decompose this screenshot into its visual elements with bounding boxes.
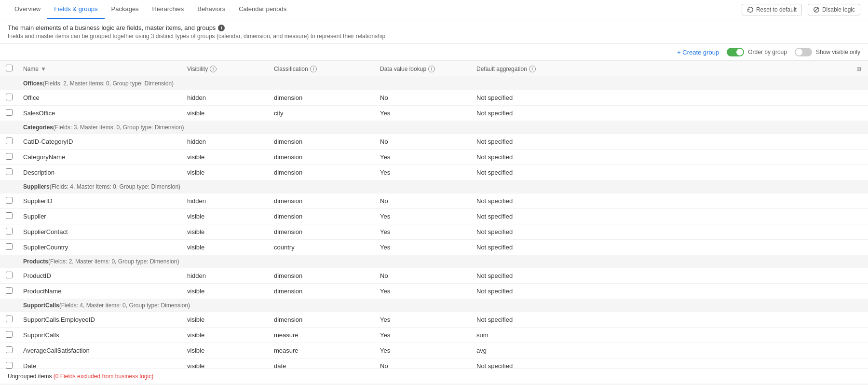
row-visibility: hidden [181, 90, 268, 106]
settings-grid-icon[interactable]: ⊞ [856, 66, 861, 72]
bottom-bar: Ungrouped items (0 Fields excluded from … [0, 369, 868, 384]
row-aggregation: Not specified [471, 209, 851, 224]
row-checkbox[interactable] [6, 243, 13, 250]
row-checkbox[interactable] [6, 197, 13, 204]
row-name: CategoryName [17, 150, 181, 165]
table-row[interactable]: SupplierContact visible dimension Yes No… [0, 224, 868, 240]
row-checkbox[interactable] [6, 228, 13, 234]
ungrouped-count: (0 Fields excluded from business logic) [54, 373, 153, 380]
row-checkbox-cell [0, 312, 17, 328]
create-group-button[interactable]: + Create group [677, 49, 719, 56]
table-row[interactable]: CatID-CategoryID hidden dimension No Not… [0, 134, 868, 150]
row-checkbox[interactable] [6, 212, 13, 219]
row-checkbox[interactable] [6, 316, 13, 322]
show-visible-only-toggle[interactable] [795, 48, 812, 56]
row-checkbox[interactable] [6, 287, 13, 294]
row-visibility: visible [181, 150, 268, 165]
ungrouped-label: Ungrouped items [8, 373, 52, 380]
group-row-products[interactable]: Products(Fields: 2, Master items: 0, Gro… [0, 255, 868, 268]
tab-hierarchies[interactable]: Hierarchies [146, 0, 191, 19]
group-label: Offices [23, 80, 43, 87]
row-lookup: Yes [374, 284, 471, 299]
table-row[interactable]: Supplier visible dimension Yes Not speci… [0, 209, 868, 224]
row-checkbox[interactable] [6, 272, 13, 278]
row-aggregation: Not specified [471, 193, 851, 209]
col-header-checkbox [0, 61, 17, 77]
row-visibility: visible [181, 358, 268, 369]
disable-logic-button[interactable]: Disable logic [808, 4, 860, 15]
row-visibility: hidden [181, 193, 268, 209]
row-checkbox[interactable] [6, 362, 13, 369]
row-lookup: No [374, 90, 471, 106]
group-detail: (Fields: 2, Master items: 0, Group type:… [48, 258, 179, 265]
reset-default-button[interactable]: Reset to default [742, 4, 802, 15]
table-row[interactable]: AverageCallSatisfaction visible measure … [0, 343, 868, 358]
group-label: Categories [23, 124, 53, 131]
row-lookup: No [374, 358, 471, 369]
row-checkbox[interactable] [6, 153, 13, 160]
tab-behaviors[interactable]: Behaviors [190, 0, 232, 19]
tab-calendar-periods[interactable]: Calendar periods [232, 0, 293, 19]
row-checkbox[interactable] [6, 346, 13, 353]
group-checkbox-cell [0, 121, 17, 134]
row-lookup: Yes [374, 343, 471, 358]
row-visibility: visible [181, 284, 268, 299]
row-checkbox[interactable] [6, 109, 13, 116]
row-checkbox-cell [0, 224, 17, 240]
row-classification: dimension [268, 209, 374, 224]
table-row[interactable]: SupplierID hidden dimension No Not speci… [0, 193, 868, 209]
group-row-categories[interactable]: Categories(Fields: 3, Master items: 0, G… [0, 121, 868, 134]
row-name: SupplierID [17, 193, 181, 209]
fields-table: Name ▼ Visibility i Classification i [0, 61, 868, 369]
order-by-group-toggle[interactable] [727, 48, 744, 56]
row-name: SupplierCountry [17, 240, 181, 255]
row-name: ProductName [17, 284, 181, 299]
row-settings-cell [851, 268, 868, 284]
visibility-info-icon[interactable]: i [210, 66, 217, 72]
row-checkbox-cell [0, 240, 17, 255]
group-row-suppliers[interactable]: Suppliers(Fields: 4, Master items: 0, Gr… [0, 180, 868, 193]
tab-fields-groups[interactable]: Fields & groups [47, 0, 104, 19]
row-checkbox[interactable] [6, 94, 13, 100]
row-aggregation: Not specified [471, 284, 851, 299]
col-header-settings: ⊞ [851, 61, 868, 77]
table-row[interactable]: SupplierCountry visible country Yes Not … [0, 240, 868, 255]
row-aggregation: Not specified [471, 312, 851, 328]
row-name: SupportCalls [17, 328, 181, 343]
tab-packages[interactable]: Packages [105, 0, 146, 19]
group-row-offices[interactable]: Offices(Fields: 2, Master items: 0, Grou… [0, 77, 868, 90]
row-classification: date [268, 358, 374, 369]
table-row[interactable]: CategoryName visible dimension Yes Not s… [0, 150, 868, 165]
table-row[interactable]: Description visible dimension Yes Not sp… [0, 165, 868, 180]
table-row[interactable]: SupportCalls visible measure Yes sum [0, 328, 868, 343]
row-classification: dimension [268, 224, 374, 240]
row-checkbox[interactable] [6, 138, 13, 144]
table-row[interactable]: Date visible date No Not specified [0, 358, 868, 369]
row-name: Office [17, 90, 181, 106]
row-visibility: visible [181, 312, 268, 328]
select-all-checkbox[interactable] [6, 65, 13, 71]
aggregation-info-icon[interactable]: i [529, 66, 536, 72]
table-row[interactable]: Office hidden dimension No Not specified [0, 90, 868, 106]
tab-overview[interactable]: Overview [8, 0, 47, 19]
row-checkbox[interactable] [6, 331, 13, 338]
info-sub: Fields and master items can be grouped t… [8, 33, 860, 40]
classification-info-icon[interactable]: i [310, 66, 317, 72]
table-row[interactable]: ProductID hidden dimension No Not specif… [0, 268, 868, 284]
table-row[interactable]: SalesOffice visible city Yes Not specifi… [0, 106, 868, 121]
row-name: CatID-CategoryID [17, 134, 181, 150]
info-icon-main[interactable]: i [218, 25, 225, 31]
table-row[interactable]: ProductName visible dimension Yes Not sp… [0, 284, 868, 299]
table-row[interactable]: SupportCalls.EmployeeID visible dimensio… [0, 312, 868, 328]
row-aggregation: Not specified [471, 134, 851, 150]
row-checkbox-cell [0, 284, 17, 299]
group-row-supportcalls[interactable]: SupportCalls(Fields: 4, Master items: 0,… [0, 299, 868, 312]
row-checkbox[interactable] [6, 168, 13, 175]
row-checkbox-cell [0, 193, 17, 209]
info-bar: The main elements of a business logic ar… [0, 19, 868, 44]
col-header-aggregation: Default aggregation i [471, 61, 851, 77]
name-filter-icon[interactable]: ▼ [41, 66, 46, 72]
group-label-cell: Categories(Fields: 3, Master items: 0, G… [17, 121, 868, 134]
lookup-info-icon[interactable]: i [428, 66, 435, 72]
reset-icon [747, 6, 754, 13]
